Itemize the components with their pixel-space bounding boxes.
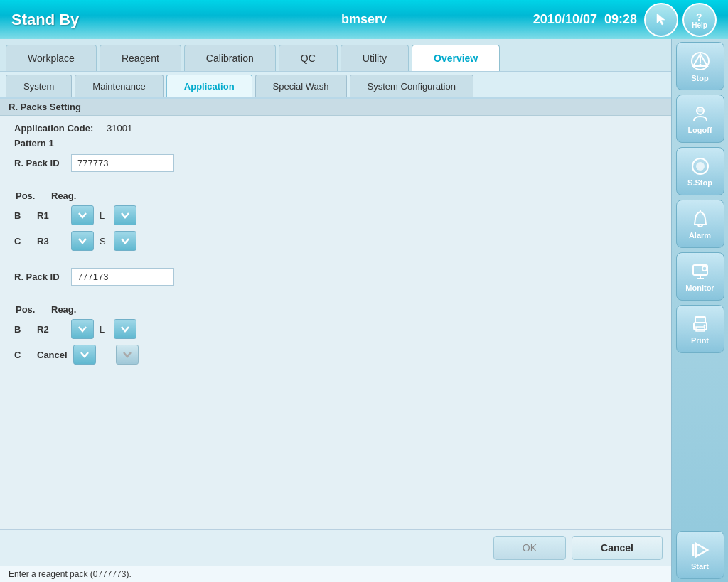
- svg-point-8: [696, 162, 705, 171]
- bottom-action-bar: OK Cancel: [0, 529, 671, 566]
- cursor-button[interactable]: [644, 3, 678, 37]
- pos-header-1: Pos.: [16, 190, 37, 201]
- status-text: Stand By: [11, 11, 79, 29]
- header: Stand By bmserv 2010/10/07 09:28 ? Help: [0, 0, 728, 39]
- tab-qc[interactable]: QC: [279, 45, 338, 71]
- pos-b1: B: [14, 210, 31, 221]
- status-message: Enter a reagent pack (0777773).: [9, 569, 132, 579]
- rpack1-label: R. Pack ID: [14, 158, 71, 168]
- stop-label: Stop: [691, 74, 708, 82]
- dropdown-b2-reag[interactable]: [71, 319, 94, 339]
- tab-reagent[interactable]: Reagent: [100, 45, 181, 71]
- server-name: bmserv: [341, 12, 387, 27]
- tab-overview[interactable]: Overview: [412, 45, 500, 71]
- rpack2-label: R. Pack ID: [14, 271, 71, 282]
- subtab-system-config[interactable]: System Configuration: [350, 75, 473, 97]
- start-label: Start: [691, 562, 709, 571]
- reag-cancel: Cancel: [37, 350, 68, 360]
- subtab-special-wash[interactable]: Special Wash: [255, 75, 347, 97]
- stop-button[interactable]: Stop: [676, 42, 724, 90]
- dropdown-b1-reag[interactable]: [71, 205, 94, 225]
- pattern1-label: Pattern 1: [14, 138, 657, 149]
- monitor-label: Monitor: [685, 284, 714, 292]
- sstop-button[interactable]: S.Stop: [676, 147, 724, 195]
- letter-l1: L: [100, 210, 108, 221]
- pattern1-row-b: B R1 L: [14, 205, 657, 225]
- reag-r2: R2: [37, 324, 65, 335]
- subtab-maintenance[interactable]: Maintenance: [75, 75, 163, 97]
- reag-r3: R3: [37, 236, 65, 247]
- tab-utility[interactable]: Utility: [341, 45, 409, 71]
- app-code-label: Application Code:: [14, 123, 100, 134]
- datetime-display: 2010/10/07 09:28: [533, 12, 637, 27]
- ok-button[interactable]: OK: [493, 536, 566, 560]
- print-button[interactable]: Print: [676, 305, 724, 353]
- dropdown-c2-reag[interactable]: [73, 345, 96, 365]
- svg-point-4: [699, 63, 701, 65]
- alarm-button[interactable]: Alarm: [676, 200, 724, 248]
- top-navigation: Workplace Reagent Calibration QC Utility…: [0, 39, 671, 72]
- svg-rect-15: [695, 317, 705, 323]
- pattern2-row-b: B R2 L: [14, 319, 657, 339]
- logoff-button[interactable]: Logoff: [676, 95, 724, 143]
- tab-calibration[interactable]: Calibration: [184, 45, 276, 71]
- sstop-label: S.Stop: [687, 178, 712, 187]
- dropdown-b1-letter[interactable]: [114, 205, 136, 225]
- right-sidebar: Stop Logoff S.Stop A: [671, 39, 728, 582]
- pos-c2: C: [14, 350, 31, 360]
- monitor-button[interactable]: Monitor: [676, 252, 724, 301]
- start-button[interactable]: Start: [676, 531, 724, 579]
- reag-r1: R1: [37, 210, 65, 221]
- help-button[interactable]: ? Help: [682, 3, 717, 37]
- dropdown-c1-reag[interactable]: [71, 231, 94, 251]
- rpack2-input[interactable]: [71, 268, 174, 286]
- logoff-label: Logoff: [687, 126, 712, 134]
- app-code-value: 31001: [107, 123, 132, 134]
- dropdown-b2-letter[interactable]: [114, 319, 136, 339]
- status-bar: Enter a reagent pack (0777773).: [0, 566, 671, 582]
- dropdown-c1-letter[interactable]: [114, 231, 136, 251]
- pos-c1: C: [14, 236, 31, 247]
- subtab-system[interactable]: System: [6, 75, 72, 97]
- pos-header-2: Pos.: [16, 304, 37, 315]
- cancel-button[interactable]: Cancel: [572, 536, 663, 560]
- tab-workplace[interactable]: Workplace: [6, 45, 97, 71]
- rpack1-input[interactable]: [71, 154, 174, 172]
- section-title: R. Packs Setting: [0, 99, 671, 116]
- content-panel: R. Packs Setting Application Code: 31001…: [0, 99, 671, 566]
- reag-header-2: Reag.: [51, 304, 80, 315]
- print-label: Print: [691, 336, 709, 345]
- svg-rect-6: [697, 109, 703, 112]
- subtab-application[interactable]: Application: [166, 75, 252, 97]
- letter-l2: L: [100, 324, 108, 335]
- sub-navigation: System Maintenance Application Special W…: [0, 72, 671, 99]
- reag-header-1: Reag.: [51, 190, 80, 201]
- alarm-label: Alarm: [689, 231, 711, 239]
- svg-marker-19: [696, 544, 707, 556]
- pattern1-row-c: C R3 S: [14, 231, 657, 251]
- pattern2-row-c: C Cancel: [14, 345, 657, 365]
- svg-point-18: [703, 324, 705, 326]
- dropdown-c2-letter[interactable]: [116, 345, 139, 365]
- letter-s1: S: [100, 236, 108, 247]
- pos-b2: B: [14, 324, 31, 335]
